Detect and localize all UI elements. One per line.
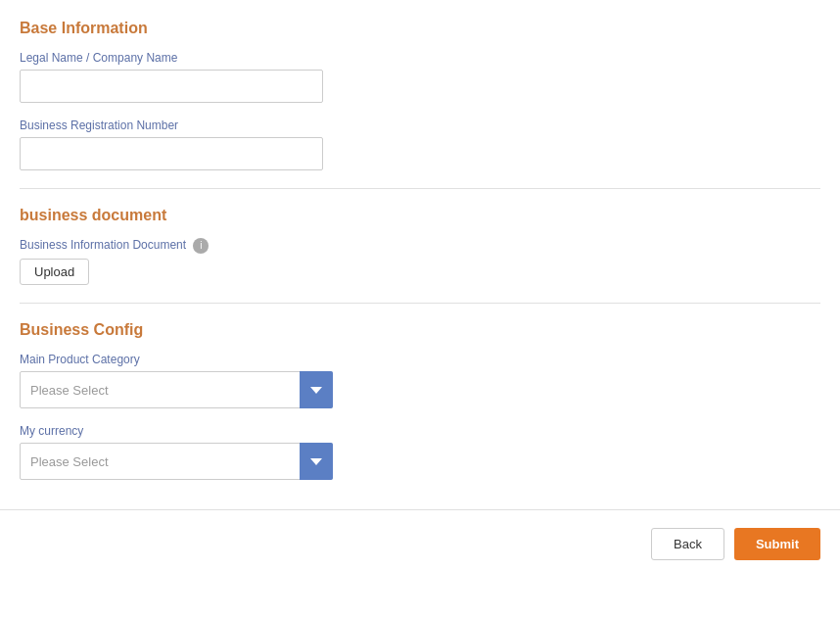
back-button[interactable]: Back bbox=[651, 528, 724, 560]
business-config-section: Business Config Main Product Category Pl… bbox=[20, 321, 820, 480]
upload-button[interactable]: Upload bbox=[20, 259, 89, 285]
reg-number-input[interactable] bbox=[20, 137, 323, 170]
info-icon[interactable]: i bbox=[193, 238, 209, 254]
product-category-select[interactable]: Please Select bbox=[20, 371, 333, 408]
product-category-label: Main Product Category bbox=[20, 353, 820, 366]
divider-1 bbox=[20, 188, 820, 189]
divider-2 bbox=[20, 303, 820, 304]
reg-number-label: Business Registration Number bbox=[20, 119, 820, 132]
currency-field-group: My currency Please Select bbox=[20, 424, 820, 480]
product-category-field-group: Main Product Category Please Select bbox=[20, 353, 820, 408]
base-information-section: Base Information Legal Name / Company Na… bbox=[20, 20, 820, 170]
submit-button[interactable]: Submit bbox=[734, 528, 820, 560]
business-doc-label: Business Information Document i bbox=[20, 238, 820, 254]
business-document-section: business document Business Information D… bbox=[20, 207, 820, 285]
legal-name-label: Legal Name / Company Name bbox=[20, 51, 820, 65]
base-information-title: Base Information bbox=[20, 20, 820, 37]
business-config-title: Business Config bbox=[20, 321, 820, 339]
currency-label: My currency bbox=[20, 424, 820, 438]
footer: Back Submit bbox=[0, 509, 840, 578]
legal-name-input[interactable] bbox=[20, 70, 323, 103]
business-document-title: business document bbox=[20, 207, 820, 224]
currency-select-wrapper: Please Select bbox=[20, 443, 333, 480]
legal-name-field-group: Legal Name / Company Name bbox=[20, 51, 820, 103]
reg-number-field-group: Business Registration Number bbox=[20, 119, 820, 170]
currency-select[interactable]: Please Select bbox=[20, 443, 333, 480]
business-doc-field-group: Business Information Document i Upload bbox=[20, 238, 820, 285]
product-category-select-wrapper: Please Select bbox=[20, 371, 333, 408]
